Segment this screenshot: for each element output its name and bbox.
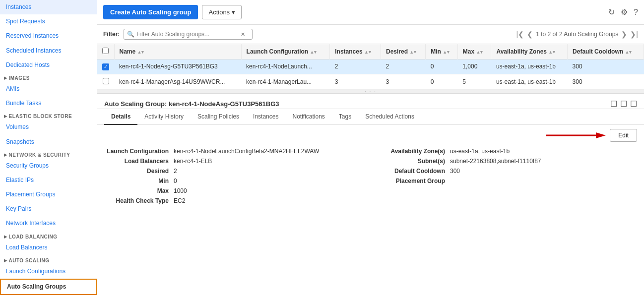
field-label: Max (104, 187, 174, 194)
sidebar-item-volumes[interactable]: Volumes (0, 120, 97, 134)
detail-icon-1[interactable]: ☐ (610, 99, 617, 109)
collapse-triangle-icon: ▶ (4, 76, 7, 80)
filter-clear-button[interactable]: ✕ (241, 31, 245, 38)
tabs: DetailsActivity HistoryScaling PoliciesI… (97, 109, 644, 125)
next-page-button[interactable]: ❯ (621, 30, 627, 38)
field-label: Min (104, 178, 174, 184)
tab-scheduled-actions[interactable]: Scheduled Actions (358, 109, 421, 125)
sidebar-item-amis[interactable]: AMIs (0, 82, 97, 96)
detail-panel: Auto Scaling Group: ken-rc4-1-NodeAsg-G5… (97, 94, 644, 299)
sidebar-item-launch-configurations[interactable]: Launch Configurations (0, 264, 97, 279)
tab-tags[interactable]: Tags (332, 109, 358, 125)
sidebar-item-reserved-instances[interactable]: Reserved Instances (0, 29, 97, 43)
table-header-desired[interactable]: Desired ▲▾ (381, 44, 425, 60)
select-all-checkbox[interactable] (102, 48, 109, 54)
row-checkbox-checked[interactable]: ✓ (102, 63, 109, 70)
sort-icon: ▲▾ (364, 50, 371, 55)
sidebar-top-items: InstancesSpot RequestsReserved Instances… (0, 0, 97, 72)
sort-icon: ▲▾ (476, 50, 483, 55)
tab-scaling-policies[interactable]: Scaling Policies (191, 109, 246, 125)
last-page-button[interactable]: ❯| (630, 30, 638, 38)
field-label: Subnet(s) (381, 158, 450, 165)
field-value: subnet-22163808,subnet-f1110f87 (450, 158, 541, 165)
sidebar-item-bundle-tasks[interactable]: Bundle Tasks (0, 96, 97, 111)
row-0-cell-6: us-east-1a, us-east-1b (491, 60, 568, 74)
detail-icon-3[interactable]: ☐ (630, 99, 637, 109)
table-header-name[interactable]: Name ▲▾ (114, 44, 241, 60)
detail-icon-2[interactable]: ☐ (620, 99, 627, 109)
detail-icons: ☐ ☐ ☐ (610, 99, 637, 109)
row-0-cell-2: 2 (330, 60, 381, 74)
row-checkbox[interactable] (103, 78, 109, 84)
field-value: 0 (174, 178, 177, 184)
sidebar-item-dedicated-hosts[interactable]: Dedicated Hosts (0, 58, 97, 72)
first-page-button[interactable]: |❮ (516, 30, 524, 38)
row-1-checkbox-cell (97, 74, 114, 89)
sidebar-item-load-balancers[interactable]: Load Balancers (0, 240, 97, 255)
sidebar-item-key-pairs[interactable]: Key Pairs (0, 202, 97, 216)
tab-notifications[interactable]: Notifications (285, 109, 331, 125)
actions-label: Actions (208, 8, 230, 16)
field-value: ken-rc4-1-ELB (174, 158, 212, 165)
help-icon[interactable]: ? (634, 8, 638, 17)
table-header-launch-configuration[interactable]: Launch Configuration ▲▾ (241, 44, 330, 60)
sidebar-item-scheduled-instances[interactable]: Scheduled Instances (0, 44, 97, 58)
detail-field-left-3: Min0 (104, 178, 361, 184)
detail-field-right-2: Default Cooldown300 (381, 168, 637, 175)
toolbar: Create Auto Scaling group Actions ▾ ↻ ⚙ … (97, 0, 644, 25)
row-0-checkbox-cell: ✓ (97, 60, 114, 74)
create-auto-scaling-group-button[interactable]: Create Auto Scaling group (103, 5, 198, 19)
field-label: Health Check Type (104, 197, 174, 204)
tab-instances[interactable]: Instances (246, 109, 285, 125)
row-1-cell-2: 3 (330, 74, 381, 89)
tab-details[interactable]: Details (104, 109, 137, 125)
filter-input[interactable] (136, 31, 241, 38)
tab-activity-history[interactable]: Activity History (137, 109, 191, 125)
collapse-triangle-icon: ▶ (4, 153, 7, 157)
table-header-availability-zones[interactable]: Availability Zones ▲▾ (491, 44, 568, 60)
table-header-min[interactable]: Min ▲▾ (426, 44, 458, 60)
settings-icon[interactable]: ⚙ (621, 7, 628, 17)
table-row[interactable]: ✓ken-rc4-1-NodeAsg-G5TU3P561BG3ken-rc4-1… (97, 60, 644, 74)
table-header-default-cooldown[interactable]: Default Cooldown ▲▾ (568, 44, 644, 60)
sidebar-item-elastic-ips[interactable]: Elastic IPs (0, 173, 97, 187)
filter-input-wrap: 🔍 ✕ (124, 29, 253, 40)
field-label: Placement Group (381, 178, 450, 184)
field-value: ken-rc4-1-NodeLaunchConfigBeta2-MNA2HFEL… (174, 148, 319, 155)
sort-icon: ▲▾ (137, 50, 144, 55)
row-0-cell-7: 300 (568, 60, 644, 74)
table-header-instances[interactable]: Instances ▲▾ (330, 44, 381, 60)
prev-page-button[interactable]: ❮ (527, 30, 533, 38)
edit-arrow (546, 129, 606, 141)
field-label: Load Balancers (104, 158, 174, 165)
field-label: Default Cooldown (381, 168, 450, 175)
detail-field-left-2: Desired2 (104, 168, 361, 175)
auto-scaling-groups-table: Name ▲▾Launch Configuration ▲▾Instances … (97, 44, 644, 90)
detail-field-left-0: Launch Configurationken-rc4-1-NodeLaunch… (104, 148, 361, 155)
resize-handle[interactable]: · · · (97, 90, 644, 94)
row-1-cell-7: 300 (568, 74, 644, 89)
sidebar-item-auto-scaling-groups[interactable]: Auto Scaling Groups (0, 279, 97, 295)
edit-button[interactable]: Edit (610, 129, 637, 142)
sidebar-sections: ▶ IMAGESAMIsBundle Tasks▶ ELASTIC BLOCK … (0, 72, 97, 295)
sidebar-item-instances[interactable]: Instances (0, 0, 97, 14)
sidebar-item-network-interfaces[interactable]: Network Interfaces (0, 216, 97, 231)
edit-row: Edit (97, 125, 644, 146)
table-header-max[interactable]: Max ▲▾ (457, 44, 491, 60)
sidebar-item-security-groups[interactable]: Security Groups (0, 159, 97, 173)
row-1-cell-6: us-east-1a, us-east-1b (491, 74, 568, 89)
sidebar-item-snapshots[interactable]: Snapshots (0, 135, 97, 149)
table-area: Name ▲▾Launch Configuration ▲▾Instances … (97, 44, 644, 90)
field-value: EC2 (174, 197, 185, 204)
sidebar: InstancesSpot RequestsReserved Instances… (0, 0, 97, 299)
sidebar-item-placement-groups[interactable]: Placement Groups (0, 187, 97, 202)
refresh-icon[interactable]: ↻ (608, 7, 615, 17)
sidebar-section-load-balancing: ▶ LOAD BALANCING (0, 231, 97, 240)
sort-icon: ▲▾ (443, 50, 450, 55)
table-header-checkbox (97, 44, 114, 60)
sidebar-item-spot-requests[interactable]: Spot Requests (0, 14, 97, 29)
actions-button[interactable]: Actions ▾ (202, 5, 242, 19)
pagination: |❮ ❮ 1 to 2 of 2 Auto Scaling Groups ❯ ❯… (516, 30, 638, 38)
field-value: 1000 (174, 187, 187, 194)
table-row[interactable]: ken-rc4-1-ManagerAsg-14US9WWCR...ken-rc4… (97, 74, 644, 89)
